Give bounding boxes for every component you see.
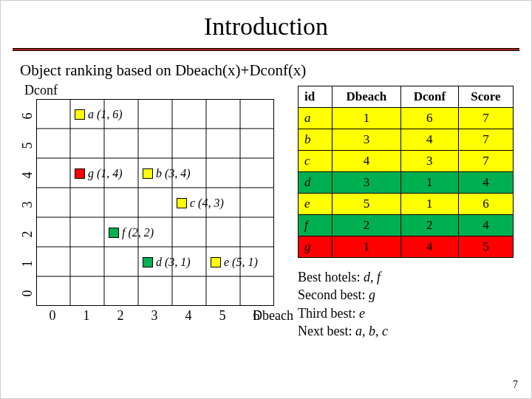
table-cell: 1	[332, 236, 401, 258]
ytick-6: 6	[20, 113, 35, 125]
table-row: b347	[299, 129, 514, 151]
table-cell: e	[299, 194, 332, 215]
y-axis-label: Dconf	[24, 83, 58, 98]
xtick-3: 3	[147, 308, 162, 324]
score-table: id Dbeach Dconf Score a167b347c437d314e5…	[298, 86, 514, 258]
th-dbeach: Dbeach	[332, 86, 401, 108]
xtick-5: 5	[215, 308, 230, 324]
chart-grid: 0 1 2 3 4 5 6 0 1 2 3 4 5 6 Dbeach	[36, 99, 274, 306]
table-cell: 7	[458, 129, 513, 151]
xtick-2: 2	[113, 308, 128, 324]
th-id: id	[299, 86, 332, 108]
table-row: e516	[299, 194, 514, 215]
content-row: Dconf 0 1 2 3 4 5 6 0 1 2 3 4 5	[18, 86, 514, 340]
slide-subtitle: Object ranking based on Dbeach(x)+Dconf(…	[20, 61, 514, 80]
xtick-4: 4	[181, 308, 196, 324]
table-row: f224	[299, 215, 514, 236]
x-axis-label: Dbeach	[253, 308, 293, 324]
table-cell: 5	[458, 236, 513, 258]
table-cell: g	[299, 236, 332, 258]
table-cell: 7	[458, 108, 513, 129]
table-cell: c	[299, 151, 332, 172]
table-cell: b	[299, 129, 332, 151]
table-cell: f	[299, 215, 332, 236]
rank-line-3: Third best: e	[298, 304, 514, 322]
rank-line-2: Second best: g	[298, 286, 514, 304]
title-rule	[13, 48, 519, 51]
table-cell: 1	[332, 108, 401, 129]
slide-title: Introduction	[18, 13, 514, 41]
table-cell: 4	[332, 151, 401, 172]
table-cell: 4	[458, 215, 513, 236]
table-row: d314	[299, 172, 514, 194]
rank-line-1: Best hotels: d, f	[298, 268, 514, 286]
ytick-5: 5	[20, 143, 35, 154]
page-number: 7	[513, 379, 518, 391]
ytick-4: 4	[20, 172, 35, 184]
table-row: c437	[299, 151, 514, 172]
table-row: g145	[299, 236, 514, 258]
table-cell: d	[299, 172, 332, 194]
table-cell: 2	[332, 215, 401, 236]
table-cell: 1	[400, 172, 458, 194]
table-header-row: id Dbeach Dconf Score	[299, 86, 514, 108]
table-cell: 4	[400, 236, 458, 258]
table-cell: 3	[400, 151, 458, 172]
table-cell: a	[299, 108, 332, 129]
svg-rect-0	[37, 100, 274, 306]
ytick-3: 3	[20, 202, 35, 214]
scatter-chart: 0 1 2 3 4 5 6 0 1 2 3 4 5 6 Dbeach	[36, 99, 284, 306]
xtick-1: 1	[79, 308, 94, 324]
ytick-2: 2	[20, 231, 35, 243]
table-cell: 4	[400, 129, 458, 151]
table-row: a167	[299, 108, 514, 129]
rank-line-4: Next best: a, b, c	[298, 322, 514, 340]
slide: Introduction Object ranking based on Dbe…	[1, 1, 531, 398]
table-cell: 7	[458, 151, 513, 172]
table-cell: 6	[400, 108, 458, 129]
table-cell: 4	[458, 172, 513, 194]
th-dconf: Dconf	[400, 86, 458, 108]
table-panel: id Dbeach Dconf Score a167b347c437d314e5…	[298, 86, 514, 340]
table-body: a167b347c437d314e516f224g145	[299, 108, 514, 258]
table-cell: 2	[400, 215, 458, 236]
xtick-0: 0	[45, 308, 60, 324]
chart-panel: Dconf 0 1 2 3 4 5 6 0 1 2 3 4 5	[18, 86, 284, 340]
grid-lines	[36, 99, 274, 306]
table-cell: 5	[332, 194, 401, 215]
ytick-0: 0	[20, 290, 35, 302]
th-score: Score	[458, 86, 513, 108]
ranking-list: Best hotels: d, f Second best: g Third b…	[298, 268, 514, 340]
table-cell: 6	[458, 194, 513, 215]
ytick-1: 1	[20, 261, 35, 273]
table-cell: 3	[332, 129, 401, 151]
table-cell: 1	[400, 194, 458, 215]
table-cell: 3	[332, 172, 401, 194]
